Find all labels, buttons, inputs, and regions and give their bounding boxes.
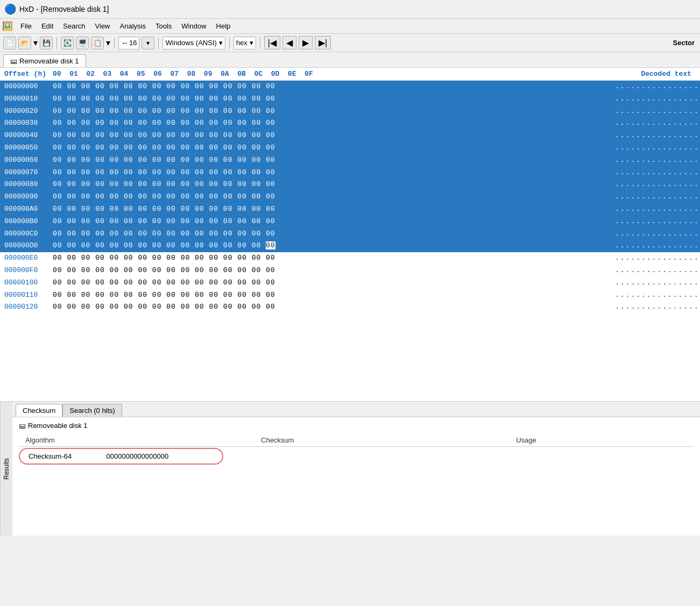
checksum-data-row: Checksum-64 0000000000000000	[19, 447, 694, 467]
hex-row[interactable]: 0000005000 00 00 00 00 00 00 00 00 00 00…	[0, 142, 700, 154]
hex-row[interactable]: 0000011000 00 00 00 00 00 00 00 00 00 00…	[0, 289, 700, 302]
tab-checksum[interactable]: Checksum	[16, 404, 62, 417]
row-decoded: ................	[599, 179, 696, 190]
col-checksum: Checksum	[254, 434, 510, 447]
nav-prev[interactable]: ◀	[282, 36, 296, 49]
nav-last[interactable]: ▶|	[315, 36, 331, 49]
separator-2	[114, 37, 115, 49]
row-offset: 00000000	[4, 81, 53, 92]
menu-edit[interactable]: Edit	[37, 20, 58, 32]
row-offset: 00000030	[4, 118, 53, 129]
checksum-value: 0000000000000000	[98, 451, 200, 461]
separator-5	[260, 37, 260, 49]
sector-label: Sector	[673, 39, 697, 47]
hex-row[interactable]: 0000006000 00 00 00 00 00 00 00 00 00 00…	[0, 154, 700, 167]
results-sidebar-label[interactable]: Results	[0, 402, 12, 536]
nav-first[interactable]: |◀	[264, 36, 280, 49]
title-bar: 🔵 HxD - [Removeable disk 1]	[0, 0, 700, 19]
new-button[interactable]: 📄	[3, 37, 16, 49]
menu-search[interactable]: Search	[59, 20, 89, 32]
results-content: Checksum Search (0 hits) 🖴 Removeable di…	[12, 402, 700, 536]
bottom-panel: Results Checksum Search (0 hits) 🖴 Remov…	[0, 401, 700, 536]
disk-button[interactable]: 💽	[61, 37, 74, 49]
menu-help[interactable]: Help	[212, 20, 235, 32]
hex-row[interactable]: 0000012000 00 00 00 00 00 00 00 00 00 00…	[0, 301, 700, 313]
row-decoded: ................	[599, 118, 696, 129]
hex-row[interactable]: 000000E000 00 00 00 00 00 00 00 00 00 00…	[0, 252, 700, 265]
row-decoded: ................	[599, 130, 696, 141]
tab-disk1[interactable]: 🖴 Removeable disk 1	[3, 54, 86, 67]
separator-1	[56, 37, 57, 49]
row-decoded: ................	[599, 240, 696, 252]
hex-row[interactable]: 0000008000 00 00 00 00 00 00 00 00 00 00…	[0, 179, 700, 191]
nav-next[interactable]: ▶	[299, 36, 313, 49]
row-bytes: 00 00 00 00 00 00 00 00 00 00 00 00 00 0…	[53, 142, 599, 154]
hex-row[interactable]: 0000009000 00 00 00 00 00 00 00 00 00 00…	[0, 191, 700, 203]
encoding-dropdown[interactable]: Windows (ANSI) ▾	[162, 37, 225, 49]
row-decoded: ................	[599, 302, 696, 313]
hex-body: 0000000000 00 00 00 00 00 00 00 00 00 00…	[0, 81, 700, 313]
hex-row[interactable]: 000000D000 00 00 00 00 00 00 00 00 00 00…	[0, 240, 700, 252]
hex-row[interactable]: 0000003000 00 00 00 00 00 00 00 00 00 00…	[0, 117, 700, 130]
row-decoded: ................	[599, 204, 696, 215]
hex-row[interactable]: 000000C000 00 00 00 00 00 00 00 00 00 00…	[0, 228, 700, 240]
menu-window[interactable]: Window	[177, 20, 210, 32]
screen-button[interactable]: 🖥️	[76, 37, 89, 49]
menu-view[interactable]: View	[91, 20, 115, 32]
hex-row[interactable]: 0000007000 00 00 00 00 00 00 00 00 00 00…	[0, 167, 700, 179]
hex-row[interactable]: 0000004000 00 00 00 00 00 00 00 00 00 00…	[0, 130, 700, 142]
datatype-dropdown[interactable]: hex ▾	[234, 37, 256, 49]
title-text: HxD - [Removeable disk 1]	[19, 5, 109, 13]
row-offset: 00000110	[4, 290, 53, 301]
row-bytes: 00 00 00 00 00 00 00 00 00 00 00 00 00 0…	[53, 253, 599, 264]
row-bytes: 00 00 00 00 00 00 00 00 00 00 00 00 00 0…	[53, 167, 599, 179]
tab-search[interactable]: Search (0 hits)	[62, 404, 122, 417]
row-offset: 000000D0	[4, 240, 53, 252]
open-dropdown-arrow[interactable]: ▾	[33, 38, 38, 48]
row-decoded: ................	[599, 94, 696, 105]
row-offset: 00000020	[4, 106, 53, 117]
col-usage: Usage	[510, 434, 694, 447]
row-offset: 000000A0	[4, 204, 53, 215]
hex-row[interactable]: 0000010000 00 00 00 00 00 00 00 00 00 00…	[0, 277, 700, 289]
hex-row[interactable]: 0000000000 00 00 00 00 00 00 00 00 00 00…	[0, 81, 700, 93]
row-bytes: 00 00 00 00 00 00 00 00 00 00 00 00 00 0…	[53, 191, 599, 203]
row-decoded: ................	[599, 253, 696, 264]
hex-row[interactable]: 0000001000 00 00 00 00 00 00 00 00 00 00…	[0, 93, 700, 105]
hex-row[interactable]: 000000F000 00 00 00 00 00 00 00 00 00 00…	[0, 265, 700, 277]
row-decoded: ................	[599, 142, 696, 154]
hex-row[interactable]: 000000A000 00 00 00 00 00 00 00 00 00 00…	[0, 203, 700, 216]
row-bytes: 00 00 00 00 00 00 00 00 00 00 00 00 00 0…	[53, 118, 599, 129]
row-bytes: 00 00 00 00 00 00 00 00 00 00 00 00 00 0…	[53, 81, 599, 92]
row-offset: 000000C0	[4, 229, 53, 240]
bottom-tabs: Checksum Search (0 hits)	[12, 402, 700, 417]
bottom-body: 🖴 Removeable disk 1 Algorithm Checksum U…	[12, 417, 700, 536]
config-button[interactable]: 📋	[91, 37, 104, 49]
datatype-label: hex	[236, 39, 248, 47]
checksum-table: Algorithm Checksum Usage Checksum-64	[19, 434, 694, 466]
row-decoded: ................	[599, 277, 696, 289]
row-offset: 00000120	[4, 302, 53, 313]
menu-tools[interactable]: Tools	[151, 20, 176, 32]
bottom-subtitle: 🖴 Removeable disk 1	[19, 422, 694, 430]
menu-file[interactable]: File	[16, 20, 36, 32]
row-offset: 00000100	[4, 277, 53, 289]
bytes-header: 00 01 02 03 04 05 06 07 08 09 0A 0B 0C 0…	[53, 70, 599, 78]
row-offset: 00000060	[4, 155, 53, 166]
row-offset: 000000F0	[4, 265, 53, 276]
row-decoded: ................	[599, 191, 696, 203]
open-button[interactable]: 📂	[18, 37, 31, 49]
usage-value	[200, 451, 222, 461]
offset-header: Offset (h)	[4, 70, 53, 78]
row-bytes: 00 00 00 00 00 00 00 00 00 00 00 00 00 0…	[53, 130, 599, 141]
menu-analysis[interactable]: Analysis	[116, 20, 150, 32]
hex-row[interactable]: 000000B000 00 00 00 00 00 00 00 00 00 00…	[0, 216, 700, 228]
save-button[interactable]: 💾	[40, 37, 53, 49]
bytes-dropdown-btn[interactable]: ▾	[142, 37, 154, 49]
separator-4	[229, 37, 230, 49]
config-dropdown-arrow[interactable]: ▾	[106, 38, 110, 48]
hex-row[interactable]: 0000002000 00 00 00 00 00 00 00 00 00 00…	[0, 105, 700, 118]
row-bytes: 00 00 00 00 00 00 00 00 00 00 00 00 00 0…	[53, 216, 599, 227]
datatype-arrow: ▾	[250, 39, 253, 47]
row-decoded: ................	[599, 106, 696, 117]
